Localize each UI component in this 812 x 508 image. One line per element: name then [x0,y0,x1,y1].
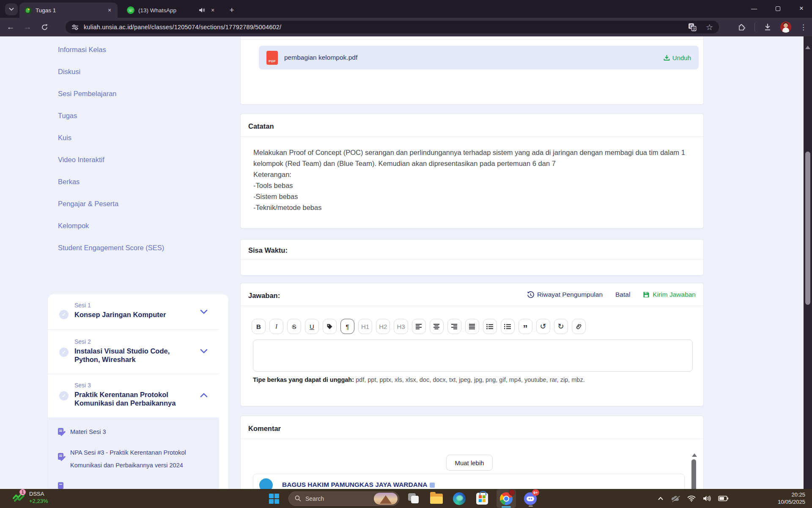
attach-file-button[interactable] [572,319,586,334]
tray-chevron-up-icon[interactable] [658,497,664,500]
onedrive-icon[interactable] [671,495,680,502]
comment-item[interactable]: BAGUS HAKIM PAMUNGKAS JAYA WARDANA [253,474,685,489]
redo-button[interactable]: ↻ [554,319,568,334]
riwayat-pengumpulan-button[interactable]: Riwayat Pengumpulan [527,291,603,298]
back-button[interactable]: ← [4,21,17,33]
italic-button[interactable]: I [269,319,283,334]
url-text[interactable]: kuliah.unsia.ac.id/panel/classes/1205074… [84,24,281,30]
tag-button[interactable] [323,319,337,334]
svg-text:文: 文 [692,27,696,31]
sub-item-npa[interactable]: NPA Sesi #3 - Praktik Kerentanan Protoko… [70,446,210,472]
microsoft-store-button[interactable] [474,490,491,507]
site-info-icon[interactable] [71,24,79,30]
downloads-icon[interactable] [763,23,772,31]
forward-button[interactable]: → [21,21,34,33]
bold-button[interactable]: B [252,319,266,334]
discord-button[interactable]: 9+ [522,490,539,507]
translate-icon[interactable]: G文 [688,23,697,31]
align-justify-button[interactable] [465,319,479,334]
check-circle-icon: ✓ [59,391,69,400]
page-scrollbar-thumb[interactable] [805,152,810,305]
task-view-button[interactable] [405,490,422,507]
underline-button[interactable]: U [305,319,319,334]
blockquote-button[interactable]: ” [518,319,532,334]
scroll-up-icon[interactable] [805,46,810,49]
taskbar-stock-widget[interactable]: 1 DSSA +2,23% [13,491,48,504]
document-pen-icon [57,453,66,461]
chevron-down-icon[interactable] [200,309,208,314]
ordered-list-button[interactable] [501,319,515,334]
sidebar-item-sesi-pembelajaran[interactable]: Sesi Pembelajaran [58,90,164,98]
history-icon [527,291,534,298]
tab-search-button[interactable] [5,3,18,15]
sidebar-item-ses[interactable]: Student Engagement Score (SES) [58,244,164,252]
sidebar-item-kelompok[interactable]: Kelompok [58,222,164,230]
align-left-button[interactable] [412,319,426,334]
browser-tab-whatsapp[interactable]: ☏ (13) WhatsApp × [121,3,221,18]
strikethrough-button[interactable]: S [287,319,301,334]
tab-audio-icon[interactable] [199,7,206,13]
bullet-list-button[interactable] [483,319,497,334]
catatan-card: Catatan Melakukan Proof of Concept (POC)… [240,113,704,229]
editor-toolbar: B I S U ¶ H1 H2 H3 [252,319,586,334]
h3-button[interactable]: H3 [394,319,408,334]
sidebar-item-video-interaktif[interactable]: Video Interaktif [58,156,164,164]
stock-ticker: DSSA [29,491,48,497]
sub-item-materi[interactable]: Materi Sesi 3 [70,428,106,435]
align-center-button[interactable] [430,319,444,334]
browser-tab-tugas[interactable]: Tugas 1 × [19,3,118,18]
window-close-button[interactable]: × [795,2,808,15]
h1-button[interactable]: H1 [358,319,372,334]
reload-button[interactable] [38,21,51,33]
taskbar-clock[interactable]: 20:25 10/05/2025 [778,491,805,505]
window-minimize-button[interactable]: — [748,2,760,15]
tab-close-icon[interactable]: × [209,6,217,14]
profile-avatar[interactable] [780,22,791,33]
batal-button[interactable]: Batal [615,291,630,298]
chrome-button[interactable] [497,489,516,508]
wifi-icon[interactable] [687,495,696,502]
volume-icon[interactable] [703,495,711,502]
session-row-3[interactable]: ✓ Sesi 3 Praktik Kerentanan Protokol Kom… [48,374,219,417]
chevron-down-icon[interactable] [200,349,208,353]
window-maximize-button[interactable] [771,2,784,15]
bookmark-star-icon[interactable]: ☆ [706,22,713,32]
sidebar-item-informasi-kelas[interactable]: Informasi Kelas [58,46,164,54]
page-scrollbar[interactable] [804,36,812,489]
attachment-row[interactable]: PDF pembagian kelompok.pdf Unduh [259,46,699,69]
menu-kebab-icon[interactable]: ⋮ [800,23,807,32]
comment-avatar [259,478,273,489]
sidebar-item-berkas[interactable]: Berkas [58,178,164,186]
h2-button[interactable]: H2 [376,319,390,334]
search-icon [295,495,301,502]
attachment-filename[interactable]: pembagian kelompok.pdf [284,54,357,61]
sidebar-item-diskusi[interactable]: Diskusi [58,68,164,76]
session-row-1[interactable]: ✓ Sesi 1 Konsep Jaringan Komputer [48,294,219,329]
muat-lebih-button[interactable]: Muat lebih [446,455,493,471]
download-button[interactable]: Unduh [664,54,691,61]
undo-button[interactable]: ↺ [536,319,550,334]
taskbar-search[interactable]: Search [288,491,399,506]
new-tab-button[interactable]: + [226,4,238,16]
kirim-jawaban-button[interactable]: Kirim Jawaban [643,291,696,298]
comment-scroll-up-icon[interactable] [692,453,697,457]
answer-textarea[interactable] [253,340,693,372]
sidebar-item-tugas[interactable]: Tugas [58,112,164,120]
sidebar-item-pengajar-peserta[interactable]: Pengajar & Peserta [58,200,164,208]
session-label: Sesi 2 [74,338,197,345]
paragraph-button[interactable]: ¶ [340,319,354,334]
sidebar-item-kuis[interactable]: Kuis [58,134,164,142]
session-row-2[interactable]: ✓ Sesi 2 Instalasi Visual Studio Code, P… [48,330,219,374]
url-bar[interactable]: kuliah.unsia.ac.id/panel/classes/1205074… [66,21,719,33]
extensions-icon[interactable] [738,23,746,31]
tab-close-icon[interactable]: × [106,6,113,14]
align-right-button[interactable] [447,319,461,334]
dokumen-card: Dokumen PDF pembagian kelompok.pdf Unduh [240,36,704,105]
comment-scrollbar-thumb[interactable] [691,459,696,489]
start-button[interactable] [266,490,283,507]
file-explorer-button[interactable] [428,490,445,507]
battery-icon[interactable] [718,496,728,501]
search-highlight-image[interactable] [374,493,398,505]
edge-button[interactable] [451,490,468,507]
chevron-up-icon[interactable] [200,393,208,398]
